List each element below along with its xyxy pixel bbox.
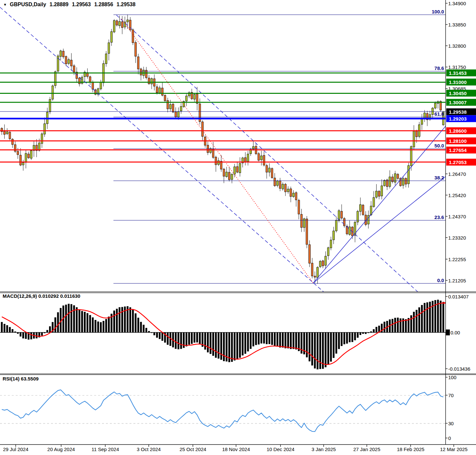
ohlc-low: 1.28856 [94,2,113,7]
candle-bull [282,184,284,189]
candle-bear [284,184,286,192]
candle-bull [194,94,196,99]
macd-histogram-bar [405,319,407,332]
candle-bear [135,42,137,56]
candle-bull [110,32,112,42]
rsi-pane[interactable] [0,390,446,432]
candle-bull [60,51,62,56]
macd-histogram-bar [263,332,265,344]
candle-bear [266,165,268,172]
rsi-line [2,390,444,432]
candle-bear [65,57,67,64]
candle-bear [73,66,75,72]
macd-histogram-bar [437,300,439,332]
date-label: 18 Feb 2025 [397,447,424,452]
macd-histogram-bar [9,327,11,332]
macd-histogram-bar [22,332,24,338]
date-label: 29 Jul 2024 [3,447,28,452]
macd-histogram-bar [392,319,394,332]
candle-bull [100,82,102,89]
symbol-dropdown-icon[interactable]: ▼ [3,3,7,7]
macd-histogram-bar [277,332,279,346]
price-tick-label: 1.26470 [448,171,466,177]
candle-bear [223,169,225,176]
macd-histogram-bar [418,307,420,332]
macd-histogram-bar [145,328,147,332]
candle-bull [210,148,212,152]
macd-histogram-bar [6,325,8,332]
fib-level-label: 61.8 [401,111,444,117]
macd-histogram-bar [194,332,196,343]
candle-bull [44,124,46,134]
macd-histogram-bar [319,332,321,369]
macd-histogram-bar [188,332,190,345]
candle-bear [137,57,139,69]
macd-histogram-bar [207,332,209,352]
candle-bull [239,163,241,173]
main-price-pane[interactable] [0,7,446,292]
macd-histogram-bar [153,332,155,335]
macd-histogram-bar [360,332,362,335]
macd-tick-label: 0.00 [450,330,460,335]
price-tick-label: 1.21205 [448,278,466,283]
macd-histogram-bar [105,319,107,332]
candle-bear [132,30,134,43]
candle-bull [30,151,32,159]
macd-histogram-bar [376,327,378,332]
macd-pane[interactable] [0,300,446,369]
macd-histogram-bar [121,307,123,332]
macd-histogram-bar [129,307,131,332]
candle-bear [92,82,94,89]
candle-bear [322,261,324,266]
candle-bull [234,167,236,174]
rsi-tick-label: 100 [448,375,456,380]
price-badge: 1.28600 [446,127,476,134]
macd-histogram-bar [440,301,442,332]
macd-histogram-bar [287,332,289,348]
candle-bear [78,78,80,84]
candle-bull [327,248,329,256]
macd-histogram-bar [210,332,212,354]
macd-histogram-bar [1,322,3,332]
macd-histogram-bar [218,332,220,359]
macd-histogram-bar [335,332,337,354]
candle-bear [258,154,260,160]
candle-bull [226,172,228,177]
macd-histogram-bar [204,332,206,350]
macd-histogram-bar [54,317,56,332]
macd-histogram-bar [354,332,356,340]
candle-bear [9,132,11,139]
macd-histogram-bar [175,332,177,349]
macd-histogram-bar [199,332,201,344]
candle-bull [218,161,220,165]
date-label: 20 Aug 2024 [47,447,75,452]
trendline-dotted [122,19,313,283]
date-label: 25 Oct 2024 [179,447,206,452]
candle-bull [127,20,128,22]
date-label: 18 Nov 2024 [222,447,250,452]
macd-histogram-bar [41,332,43,336]
macd-histogram-bar [186,332,188,346]
fib-level-label: 100.0 [401,9,444,14]
macd-histogram-bar [156,332,158,338]
price-badge: 1.29203 [446,115,476,122]
macd-histogram-bar [76,307,78,332]
macd-histogram-bar [78,310,80,332]
macd-histogram-bar [311,332,313,365]
candle-bull [317,267,319,278]
macd-tick-label: -0.013436 [448,366,470,372]
price-tick-label: 1.24370 [448,213,466,219]
macd-histogram-bar [373,329,375,332]
candle-bull [151,78,153,84]
fib-level-label: 38.2 [401,175,444,180]
macd-histogram-bar [325,332,327,367]
macd-histogram-bar [220,332,222,360]
macd-histogram-bar [442,302,444,332]
macd-histogram-bar [239,332,241,358]
macd-histogram-bar [309,332,311,362]
macd-histogram-bar [400,318,401,332]
candle-bear [62,51,64,57]
macd-histogram-bar [252,332,254,346]
candle-bull [277,181,279,185]
macd-histogram-bar [84,312,86,332]
